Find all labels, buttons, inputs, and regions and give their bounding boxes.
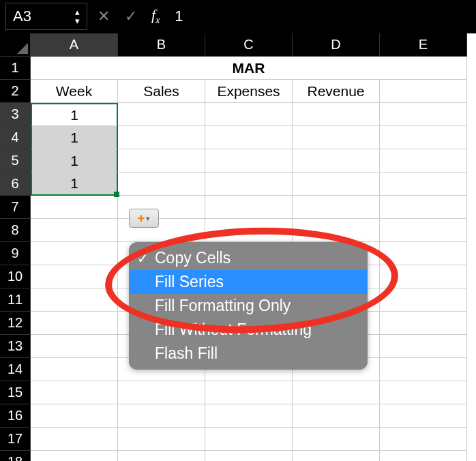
cell-d5[interactable] — [293, 149, 380, 173]
cell-b5[interactable] — [118, 149, 205, 173]
menu-item-copy-cells[interactable]: ✓ Copy Cells — [129, 246, 368, 270]
cell-a17[interactable] — [31, 428, 118, 451]
cell-d15[interactable] — [293, 381, 380, 404]
row-header-8[interactable]: 8 — [0, 219, 31, 242]
cell-a13[interactable] — [31, 335, 118, 358]
formula-confirm-icon[interactable]: ✓ — [120, 8, 142, 25]
cell-c3[interactable] — [205, 103, 293, 126]
cell-c8[interactable] — [205, 219, 293, 242]
col-header-b[interactable]: B — [118, 33, 205, 57]
row-header-6[interactable]: 6 — [0, 173, 31, 196]
row-header-3[interactable]: 3 — [0, 103, 31, 126]
row-header-18[interactable]: 18 — [0, 451, 31, 461]
cell-e16[interactable] — [380, 404, 467, 428]
cell-d17[interactable] — [293, 428, 380, 451]
cell-e11[interactable] — [380, 288, 467, 312]
col-header-e[interactable]: E — [380, 33, 467, 57]
cell-a5[interactable]: 1 — [31, 149, 118, 173]
col-header-d[interactable]: D — [293, 33, 380, 57]
cell-b16[interactable] — [118, 404, 205, 428]
cell-d4[interactable] — [293, 126, 380, 149]
cell-b17[interactable] — [118, 428, 205, 451]
cell-a3[interactable]: 1 — [31, 103, 118, 126]
cell-c5[interactable] — [205, 149, 293, 173]
cell-e13[interactable] — [380, 335, 467, 358]
row-header-4[interactable]: 4 — [0, 126, 31, 149]
cell-a4[interactable]: 1 — [31, 126, 118, 149]
cell-e17[interactable] — [380, 428, 467, 451]
fill-handle[interactable] — [114, 192, 119, 197]
cell-e6[interactable] — [380, 173, 467, 196]
row-header-14[interactable]: 14 — [0, 358, 31, 381]
cell-b15[interactable] — [118, 381, 205, 404]
cell-b3[interactable] — [118, 103, 205, 126]
fx-icon[interactable]: fx — [151, 6, 160, 26]
cell-a7[interactable] — [31, 196, 118, 219]
row-header-15[interactable]: 15 — [0, 381, 31, 404]
row-header-13[interactable]: 13 — [0, 335, 31, 358]
cell-c18[interactable] — [205, 451, 293, 461]
cell-b18[interactable] — [118, 451, 205, 461]
cell-a11[interactable] — [31, 288, 118, 312]
autofill-options-button[interactable]: + ▾ — [129, 209, 159, 228]
cell-a16[interactable] — [31, 404, 118, 428]
stepper-down-icon[interactable]: ▾ — [75, 16, 80, 25]
cell-c2[interactable]: Expenses — [205, 80, 293, 103]
menu-item-flash-fill[interactable]: Flash Fill — [129, 342, 368, 366]
col-header-a[interactable]: A — [31, 33, 118, 57]
cell-c7[interactable] — [205, 196, 293, 219]
cell-c4[interactable] — [205, 126, 293, 149]
cell-title-merged[interactable]: MAR — [31, 57, 467, 80]
row-header-11[interactable]: 11 — [0, 288, 31, 312]
row-header-9[interactable]: 9 — [0, 242, 31, 265]
cell-a12[interactable] — [31, 312, 118, 335]
select-all-corner[interactable] — [0, 33, 31, 57]
cell-b6[interactable] — [118, 173, 205, 196]
cell-d16[interactable] — [293, 404, 380, 428]
cell-e4[interactable] — [380, 126, 467, 149]
cell-e12[interactable] — [380, 312, 467, 335]
cell-d18[interactable] — [293, 451, 380, 461]
row-header-10[interactable]: 10 — [0, 265, 31, 288]
cell-a18[interactable] — [31, 451, 118, 461]
cell-e8[interactable] — [380, 219, 467, 242]
row-header-5[interactable]: 5 — [0, 149, 31, 173]
cell-b4[interactable] — [118, 126, 205, 149]
row-header-7[interactable]: 7 — [0, 196, 31, 219]
menu-item-fill-series[interactable]: Fill Series — [129, 270, 368, 294]
cell-e9[interactable] — [380, 242, 467, 265]
cell-c16[interactable] — [205, 404, 293, 428]
row-header-17[interactable]: 17 — [0, 428, 31, 451]
cell-c17[interactable] — [205, 428, 293, 451]
cell-d3[interactable] — [293, 103, 380, 126]
cell-a2[interactable]: Week — [31, 80, 118, 103]
name-box-stepper[interactable]: ▴ ▾ — [75, 8, 80, 25]
cell-a8[interactable] — [31, 219, 118, 242]
formula-input[interactable]: 1 — [169, 8, 471, 25]
row-header-1[interactable]: 1 — [0, 57, 31, 80]
cell-c6[interactable] — [205, 173, 293, 196]
cell-a9[interactable] — [31, 242, 118, 265]
menu-item-fill-without-formatting[interactable]: Fill Without Formatting — [129, 318, 368, 342]
cell-d7[interactable] — [293, 196, 380, 219]
cell-e2[interactable] — [380, 80, 467, 103]
cell-a6[interactable]: 1 — [31, 173, 118, 196]
cell-a14[interactable] — [31, 358, 118, 381]
cell-a15[interactable] — [31, 381, 118, 404]
cell-e15[interactable] — [380, 381, 467, 404]
row-header-16[interactable]: 16 — [0, 404, 31, 428]
formula-cancel-icon[interactable]: ✕ — [93, 8, 115, 25]
name-box[interactable]: A3 ▴ ▾ — [5, 3, 87, 30]
cell-a10[interactable] — [31, 265, 118, 288]
cell-e10[interactable] — [380, 265, 467, 288]
col-header-c[interactable]: C — [205, 33, 293, 57]
row-header-2[interactable]: 2 — [0, 80, 31, 103]
cell-d6[interactable] — [293, 173, 380, 196]
cell-e3[interactable] — [380, 103, 467, 126]
cell-e14[interactable] — [380, 358, 467, 381]
cell-d2[interactable]: Revenue — [293, 80, 380, 103]
cell-c15[interactable] — [205, 381, 293, 404]
cell-e7[interactable] — [380, 196, 467, 219]
cell-e18[interactable] — [380, 451, 467, 461]
cell-d8[interactable] — [293, 219, 380, 242]
